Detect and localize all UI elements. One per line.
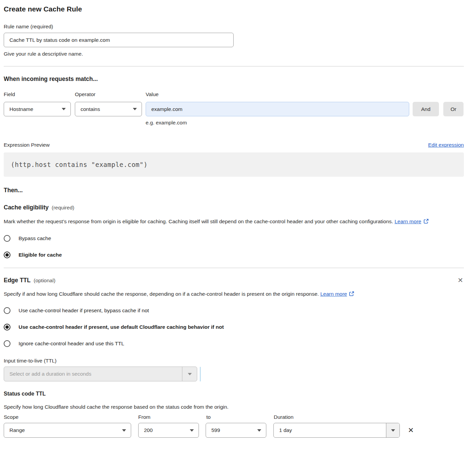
scope-select-value: Range — [9, 427, 25, 433]
external-link-icon — [349, 290, 354, 299]
from-label: From — [138, 413, 206, 420]
chevron-down-icon — [133, 108, 137, 110]
close-icon[interactable]: ✕ — [457, 277, 464, 284]
chevron-down-icon — [122, 429, 126, 432]
create-cache-rule-form: Create new Cache Rule Rule name (require… — [0, 0, 476, 438]
section-divider — [4, 268, 464, 268]
page-title: Create new Cache Rule — [4, 4, 464, 13]
field-select[interactable]: Hostname — [4, 102, 71, 116]
rule-name-input[interactable] — [4, 33, 234, 47]
ttl-select-arrow-button[interactable] — [182, 367, 197, 381]
rule-name-label: Rule name (required) — [4, 23, 464, 30]
ttl-select-placeholder: Select or add a duration in seconds — [4, 367, 182, 381]
or-button[interactable]: Or — [443, 102, 464, 116]
field-label: Field — [4, 91, 75, 98]
text-cursor-indicator — [200, 367, 201, 381]
from-select[interactable]: 200 — [138, 423, 199, 438]
scope-select[interactable]: Range — [4, 423, 131, 438]
radio-use-header-default[interactable]: Use cache-control header if present, use… — [4, 323, 464, 331]
field-select-value: Hostname — [9, 106, 33, 112]
radio-unselected-icon — [4, 235, 10, 242]
scope-label: Scope — [4, 413, 138, 420]
rule-name-help: Give your rule a descriptive name. — [4, 50, 464, 57]
and-button[interactable]: And — [413, 102, 439, 116]
duration-select-value: 1 day — [274, 423, 386, 437]
radio-bypass-cache-label: Bypass cache — [19, 234, 51, 242]
expression-header: Expression Preview Edit expression — [4, 141, 464, 149]
operator-select[interactable]: contains — [75, 102, 142, 116]
section-divider — [4, 66, 464, 66]
edge-ttl-title-group: Edge TTL (optional) — [4, 277, 55, 284]
radio-eligible-for-cache[interactable]: Eligible for cache — [4, 251, 464, 259]
radio-eligible-for-cache-label: Eligible for cache — [19, 251, 62, 259]
match-heading: When incoming requests match... — [4, 75, 464, 83]
edge-ttl-optional: (optional) — [34, 278, 56, 284]
value-label: Value — [146, 91, 409, 98]
ttl-input-label: Input time-to-live (TTL) — [4, 357, 464, 364]
edge-ttl-learn-more-link[interactable]: Learn more — [320, 291, 347, 297]
ttl-input-row: Select or add a duration in seconds — [4, 367, 464, 381]
external-link-icon — [423, 218, 429, 227]
cache-eligibility-learn-more-link[interactable]: Learn more — [394, 219, 421, 224]
edge-ttl-title: Edge TTL — [4, 277, 31, 284]
operator-select-value: contains — [81, 106, 100, 112]
cache-eligibility-description-text: Mark whether the request’s response from… — [4, 219, 393, 224]
expression-preview-block: (http.host contains "example.com") — [4, 152, 464, 177]
radio-ignore-header-label: Ignore cache-control header and use this… — [19, 340, 124, 348]
to-select[interactable]: 599 — [206, 423, 266, 438]
cache-eligibility-header: Cache eligibility (required) — [4, 204, 464, 211]
expression-code: (http.host contains "example.com") — [11, 161, 148, 168]
match-labels-row: Field Operator Value — [4, 91, 464, 98]
match-controls-row: Hostname contains And Or — [4, 102, 464, 116]
edit-expression-link[interactable]: Edit expression — [428, 142, 464, 148]
radio-ignore-header[interactable]: Ignore cache-control header and use this… — [4, 340, 464, 348]
status-code-controls-row: Range 200 599 1 day ✕ — [4, 423, 464, 438]
status-code-ttl-description: Specify how long Cloudflare should cache… — [4, 403, 464, 411]
from-select-value: 200 — [144, 427, 153, 433]
cache-eligibility-title: Cache eligibility — [4, 204, 49, 211]
delete-row-icon[interactable]: ✕ — [408, 426, 414, 434]
cache-eligibility-required: (required) — [52, 205, 74, 211]
duration-select[interactable]: 1 day — [273, 423, 400, 438]
chevron-down-icon — [257, 429, 261, 432]
radio-use-header-bypass[interactable]: Use cache-control header if present, byp… — [4, 307, 464, 315]
radio-use-header-default-label: Use cache-control header if present, use… — [19, 323, 224, 331]
edge-ttl-description: Specify if and how long Cloudflare shoul… — [4, 289, 376, 299]
radio-unselected-icon — [4, 340, 10, 347]
ttl-select[interactable]: Select or add a duration in seconds — [4, 367, 197, 381]
duration-label: Duration — [274, 413, 294, 420]
radio-selected-icon — [4, 252, 10, 258]
chevron-down-icon — [62, 108, 66, 110]
value-hint: e.g. example.com — [146, 119, 464, 126]
cache-eligibility-description: Mark whether the request’s response from… — [4, 217, 455, 227]
radio-use-header-bypass-label: Use cache-control header if present, byp… — [19, 307, 149, 315]
radio-unselected-icon — [4, 307, 10, 314]
operator-label: Operator — [75, 91, 146, 98]
expression-preview-label: Expression Preview — [4, 141, 50, 149]
then-heading: Then... — [4, 186, 464, 194]
duration-select-arrow-button[interactable] — [386, 423, 399, 437]
to-label: to — [206, 413, 274, 420]
chevron-down-icon — [188, 373, 192, 375]
radio-bypass-cache[interactable]: Bypass cache — [4, 234, 464, 242]
edge-ttl-description-text: Specify if and how long Cloudflare shoul… — [4, 291, 319, 297]
to-select-value: 599 — [211, 427, 220, 433]
chevron-down-icon — [190, 429, 194, 432]
radio-selected-icon — [4, 324, 10, 330]
status-code-labels-row: Scope From to Duration — [4, 413, 464, 420]
value-input[interactable] — [146, 102, 409, 116]
chevron-down-icon — [391, 429, 395, 432]
edge-ttl-header: Edge TTL (optional) ✕ — [4, 277, 464, 284]
status-code-ttl-title: Status code TTL — [4, 390, 464, 398]
